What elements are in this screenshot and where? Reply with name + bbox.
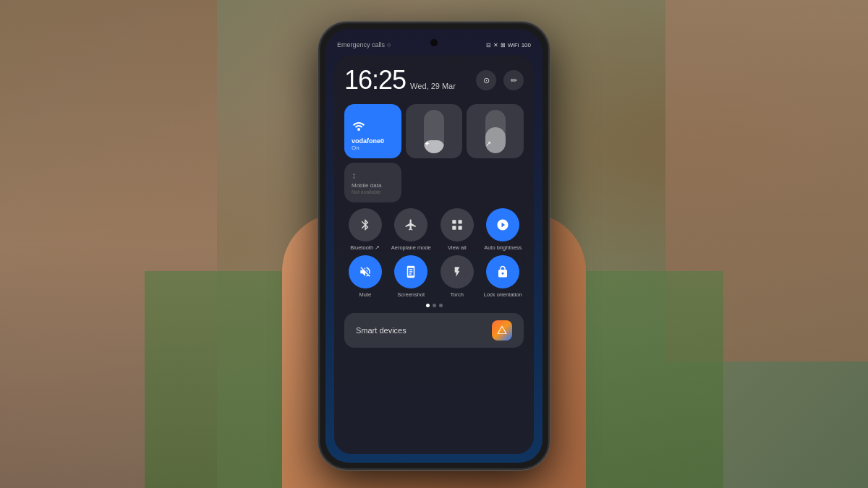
status-icons: ⊟ ✕ ⊠ WiFi 100 [486,42,531,48]
aeroplane-button[interactable] [394,208,427,241]
page-dot-1 [426,304,430,307]
screenshot-button[interactable] [394,255,427,288]
lockorientation-label: Lock orientation [484,291,522,298]
screenshot-label: Screenshot [397,291,425,298]
aeroplane-label: Aeroplane mode [391,244,431,251]
viewall-button[interactable] [441,208,474,241]
svg-rect-1 [458,220,461,223]
torch-toggle: Torch [436,255,478,298]
mobile-data-icon: ↕ [352,171,394,181]
screenshot-toggle: Screenshot [391,255,433,298]
date-display: Wed, 29 Mar [410,82,456,90]
svg-rect-2 [452,226,456,230]
lockorientation-button[interactable] [486,255,519,288]
smart-devices-label: Smart devices [356,326,407,335]
autobrightness-button[interactable] [486,208,519,241]
autobrightness-toggle: Auto brightness [482,208,524,251]
mute-status-icon: ✕ [493,42,498,48]
battery-icon: 100 [522,42,531,48]
battery-level: 100 [522,42,531,48]
lockorientation-toggle: Lock orientation [482,255,524,298]
brightness-tile[interactable]: ✦ [406,104,463,158]
screenshot-indicator-icon: ⊟ [486,42,491,48]
volume-tile[interactable]: ↗ [467,104,524,158]
phone-frame: Emergency calls ○ ⊟ ✕ ⊠ WiFi 100 [318,22,550,470]
bluetooth-button[interactable] [349,208,382,241]
page-indicators [344,304,524,307]
emergency-text: Emergency calls [337,41,385,48]
mobile-data-tile[interactable]: ↕ Mobile data Not available [344,163,401,202]
wifi-tile[interactable]: vodafone0 On [344,104,401,158]
brightness-icon: ✦ [424,140,430,147]
autobrightness-label: Auto brightness [484,244,522,251]
emergency-icon: ○ [387,41,391,48]
wifi-tile-icon [352,119,394,134]
toggles-row-1: Bluetooth ↗ Aeroplane mode [344,208,524,251]
bluetooth-label: Bluetooth ↗ [350,244,380,251]
svg-rect-3 [458,226,461,230]
viewall-label: View all [448,244,467,251]
smart-devices-icon [492,320,512,341]
bluetooth-toggle: Bluetooth ↗ [344,208,386,251]
wifi-name: vodafone0 [352,137,394,145]
control-center-panel: 16:25 Wed, 29 Mar ⊙ ✏ [334,55,534,454]
time-display: 16:25 Wed, 29 Mar [344,65,456,95]
torch-button[interactable] [441,255,474,288]
page-dot-3 [439,304,443,307]
settings-button[interactable]: ⊙ [476,70,496,90]
phone-container: Emergency calls ○ ⊟ ✕ ⊠ WiFi 100 [318,22,550,470]
mobile-data-label: Mobile data [352,182,394,189]
page-dot-2 [433,304,436,307]
phone-screen: Emergency calls ○ ⊟ ✕ ⊠ WiFi 100 [326,29,542,463]
svg-rect-0 [452,220,456,223]
time-section: 16:25 Wed, 29 Mar ⊙ ✏ [344,65,524,95]
emergency-calls: Emergency calls ○ [337,41,391,48]
toggles-row-2: Mute Screenshot [344,255,524,298]
torch-label: Torch [451,291,464,298]
wifi-status: On [352,145,394,151]
mobile-data-status: Not available [352,189,394,194]
volume-button[interactable] [318,110,320,132]
mute-label: Mute [359,291,371,298]
signal-icon: ⊠ [501,42,506,48]
power-button[interactable] [548,95,550,124]
volume-track: ↗ [485,110,506,153]
wifi-status-icon: WiFi [508,42,519,48]
volume-icon: ↗ [485,140,491,147]
brightness-track: ✦ [424,110,444,153]
edit-button[interactable]: ✏ [503,70,524,90]
smart-devices-tile[interactable]: Smart devices [344,313,524,348]
tiles-section: vodafone0 On ✦ ↗ [344,104,524,202]
mute-button[interactable] [349,255,382,288]
clock-display: 16:25 [344,65,406,95]
aeroplane-toggle: Aeroplane mode [391,208,433,251]
mute-toggle: Mute [344,255,386,298]
viewall-toggle: View all [436,208,478,251]
front-camera [430,39,438,46]
time-actions: ⊙ ✏ [476,70,524,90]
